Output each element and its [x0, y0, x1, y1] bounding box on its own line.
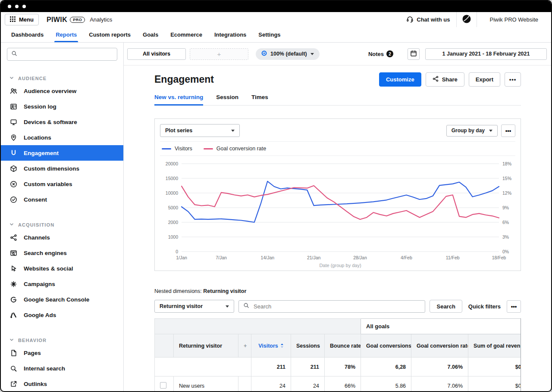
tab-goals[interactable]: Goals [137, 27, 164, 42]
chart-legend: VisitorsGoal conversion rate [160, 141, 515, 156]
window-zoom-button[interactable] [22, 5, 26, 8]
report-content: Engagement Customize Share Export ••• Ne… [124, 65, 551, 391]
tab-custom-reports[interactable]: Custom reports [83, 27, 137, 42]
all-goals-selector[interactable]: All goals [361, 319, 521, 334]
sidebar-item-locations[interactable]: Locations [1, 130, 123, 145]
tab-dashboards[interactable]: Dashboards [5, 27, 50, 42]
segment-all-visitors-button[interactable]: All visitors [127, 48, 186, 60]
sidebar-section-acquisition[interactable]: ACQUISITION [1, 220, 123, 230]
sidebar-item-google-ads[interactable]: Google Ads [1, 307, 123, 323]
col-sum-of-goal-revenue[interactable]: Sum of goal revenue [468, 334, 521, 358]
search-button[interactable]: Search [430, 300, 462, 313]
chat-with-us-button[interactable]: Chat with us [400, 16, 456, 24]
app-header: Menu PIWIK PRO Analytics Chat with us Pi… [1, 12, 551, 27]
sidebar-item-pages[interactable]: Pages [1, 345, 123, 361]
sidebar-item-engagement[interactable]: Engagement [1, 145, 123, 161]
plot-series-select[interactable]: Plot series [160, 124, 240, 137]
share-button-label: Share [442, 76, 458, 83]
table-more-button[interactable]: ••• [507, 300, 521, 313]
col-goal-conversion-rate[interactable]: Goal conversion rate [411, 334, 468, 358]
piwik-pro-website-link[interactable]: Piwik PRO Website [477, 16, 551, 23]
sidebar-item-campaigns[interactable]: Campaigns [1, 276, 123, 292]
search-icon [11, 50, 17, 58]
header-right: Chat with us Piwik PRO Website [400, 12, 551, 27]
calendar-button[interactable] [408, 48, 420, 60]
outlinks-icon [9, 380, 18, 388]
sidebar-search-input[interactable] [20, 51, 113, 58]
sidebar-search[interactable] [7, 48, 117, 61]
add-segment-button[interactable]: + [190, 48, 248, 60]
tab-settings[interactable]: Settings [252, 27, 286, 42]
sidebar-item-custom-variables[interactable]: Custom variables [1, 176, 123, 192]
tab-reports[interactable]: Reports [50, 27, 83, 42]
svg-text:2000: 2000 [168, 220, 179, 225]
legend-item-goal-conversion-rate[interactable]: Goal conversion rate [204, 146, 266, 152]
svg-text:1/Jan: 1/Jan [176, 255, 187, 260]
sampling-selector[interactable]: 100% (default) [256, 48, 320, 60]
sub-tab-times[interactable]: Times [251, 94, 268, 105]
col-visitors[interactable]: Visitors [251, 334, 291, 358]
sub-tab-new-vs-returning[interactable]: New vs. returning [154, 94, 203, 105]
grid-menu-icon [10, 16, 16, 23]
group-by-select[interactable]: Group by day [446, 125, 498, 137]
col-bounce-rate[interactable]: Bounce rate [325, 334, 361, 358]
share-button[interactable]: Share [426, 72, 464, 87]
row-label[interactable]: New users [174, 376, 238, 392]
col-returning-visitor[interactable]: Returning visitor [174, 334, 238, 358]
chevron-down-icon [9, 338, 14, 343]
customize-button[interactable]: Customize [379, 72, 421, 87]
sidebar-item-audience-overview[interactable]: Audience overview [1, 83, 123, 99]
notes-label: Notes [368, 51, 384, 57]
menu-button[interactable]: Menu [5, 14, 39, 25]
window-close-button[interactable] [8, 5, 11, 8]
sidebar-item-channels[interactable]: Channels [1, 230, 123, 245]
svg-text:18%: 18% [502, 161, 511, 166]
notes-button[interactable]: Notes 2 [368, 50, 393, 57]
internal-search-icon [9, 365, 18, 372]
sidebar-item-session-log[interactable]: Session log [1, 99, 123, 114]
table-group-row: All goals [155, 319, 521, 334]
chat-label: Chat with us [417, 16, 450, 23]
channels-icon [9, 234, 18, 241]
table-wrap: All goalsReturning visitor+VisitorsSessi… [154, 318, 521, 391]
window-minimize-button[interactable] [15, 5, 19, 8]
piwik-pro-logo[interactable]: PIWIK PRO Analytics [47, 16, 112, 24]
svg-text:15000: 15000 [166, 176, 178, 181]
tab-ecommerce[interactable]: Ecommerce [164, 27, 208, 42]
row-checkbox[interactable] [160, 382, 166, 389]
legend-swatch [162, 148, 171, 149]
sidebar-section-behavior[interactable]: BEHAVIOR [1, 336, 123, 345]
app-window: Menu PIWIK PRO Analytics Chat with us Pi… [0, 0, 552, 392]
svg-text:5000: 5000 [168, 205, 179, 210]
tab-integrations[interactable]: Integrations [208, 27, 252, 42]
svg-text:7/Jan: 7/Jan [216, 255, 227, 260]
sidebar-item-google-search-console[interactable]: Google Search Console [1, 292, 123, 307]
sidebar-item-websites-social[interactable]: Websites & social [1, 261, 123, 276]
search-engines-icon [9, 249, 18, 257]
col-sessions[interactable]: Sessions [291, 334, 325, 358]
add-column-button[interactable]: + [238, 334, 251, 358]
main-layout: AUDIENCEAudience overviewSession logDevi… [1, 43, 551, 391]
sidebar-item-outlinks[interactable]: Outlinks [1, 376, 123, 391]
quick-filters-button[interactable]: Quick filters [467, 303, 502, 310]
pages-icon [9, 349, 18, 357]
table-search[interactable] [238, 300, 425, 313]
sub-tab-session[interactable]: Session [216, 94, 238, 105]
language-globe-button[interactable] [457, 14, 477, 25]
sidebar-item-custom-dimensions[interactable]: Custom dimensions [1, 161, 123, 176]
legend-item-visitors[interactable]: Visitors [162, 146, 192, 152]
chart-controls: Plot series Group by day ••• [160, 124, 515, 141]
col-goal-conversions[interactable]: Goal conversions [361, 334, 411, 358]
chart-more-button[interactable]: ••• [501, 124, 515, 137]
sidebar-item-consent[interactable]: Consent [1, 192, 123, 207]
logo-piwik-text: PIWIK [47, 16, 67, 24]
date-range-picker[interactable]: 1 January 2021 - 18 February 2021 [425, 48, 547, 60]
report-more-button[interactable]: ••• [505, 72, 521, 87]
sidebar-item-search-engines[interactable]: Search engines [1, 245, 123, 261]
table-search-input[interactable] [253, 303, 420, 310]
sidebar-item-internal-search[interactable]: Internal search [1, 361, 123, 376]
export-button[interactable]: Export [469, 72, 500, 87]
sidebar-item-devices-software[interactable]: Devices & software [1, 114, 123, 130]
sidebar-section-audience[interactable]: AUDIENCE [1, 74, 123, 83]
dimension-select[interactable]: Returning visitor [154, 300, 234, 313]
